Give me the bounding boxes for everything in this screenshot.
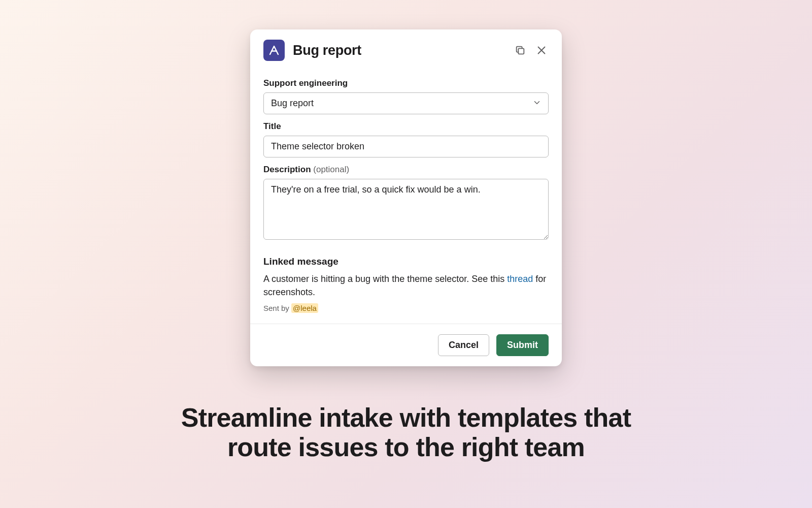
title-input[interactable] — [263, 136, 549, 157]
bug-report-modal: Bug report Support engineering Bug repor… — [250, 29, 562, 366]
cancel-button[interactable]: Cancel — [438, 334, 489, 356]
mention-user: @leela — [291, 303, 318, 313]
modal-body: Support engineering Bug report Title Des… — [250, 67, 562, 324]
modal-title: Bug report — [293, 43, 513, 58]
sent-by: Sent by @leela — [263, 304, 549, 312]
category-select-wrap: Bug report — [263, 92, 549, 114]
title-label: Title — [263, 121, 549, 132]
description-optional: (optional) — [313, 165, 349, 174]
linked-message-heading: Linked message — [263, 256, 549, 267]
svg-rect-0 — [518, 48, 524, 54]
modal-footer: Cancel Submit — [250, 324, 562, 366]
category-label: Support engineering — [263, 78, 549, 88]
close-icon[interactable] — [534, 43, 549, 57]
modal-header: Bug report — [250, 29, 562, 67]
description-textarea[interactable] — [263, 179, 549, 240]
submit-button[interactable]: Submit — [496, 334, 549, 356]
linked-text-before: A customer is hitting a bug with the the… — [263, 274, 507, 284]
header-actions — [513, 43, 549, 57]
description-label: Description (optional) — [263, 165, 549, 175]
app-icon — [263, 40, 285, 61]
copy-icon[interactable] — [513, 43, 527, 57]
linked-message-text: A customer is hitting a bug with the the… — [263, 272, 549, 299]
thread-link[interactable]: thread — [507, 274, 533, 284]
sent-by-label: Sent by — [263, 304, 291, 312]
category-select[interactable]: Bug report — [263, 92, 549, 114]
description-label-text: Description — [263, 165, 311, 174]
marketing-headline: Streamline intake with templates that ro… — [178, 403, 634, 462]
